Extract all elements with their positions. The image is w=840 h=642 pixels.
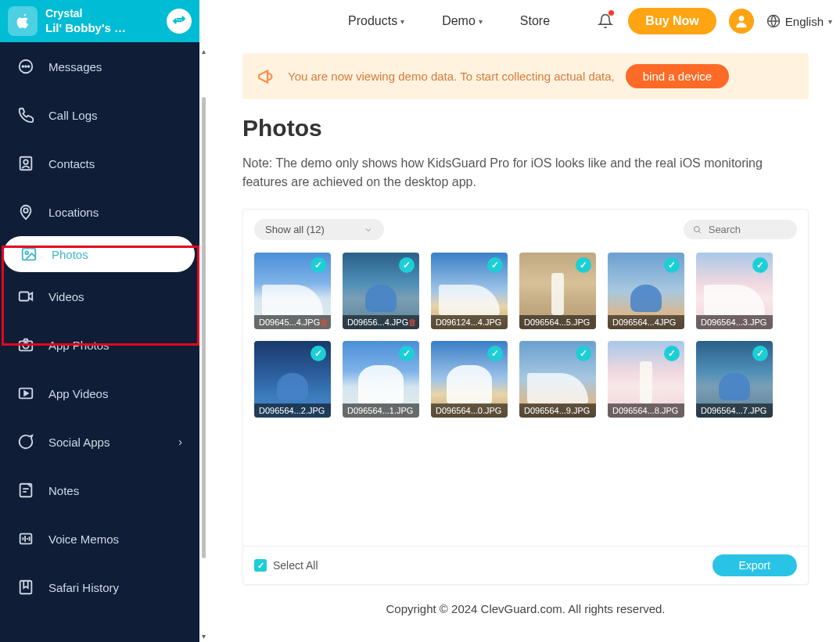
svg-point-13 <box>23 343 28 348</box>
filter-dropdown[interactable]: Show all (12) <box>254 219 384 240</box>
globe-icon <box>766 14 781 28</box>
selected-check-icon: ✓ <box>576 257 591 273</box>
buy-now-button[interactable]: Buy Now <box>628 8 716 34</box>
audio-icon <box>17 530 34 547</box>
sidebar-item-videos[interactable]: Videos <box>0 272 199 321</box>
chat-icon <box>17 433 34 450</box>
selected-check-icon: ✓ <box>399 346 415 361</box>
sidebar-item-label: App Videos <box>48 387 108 400</box>
language-selector[interactable]: English▾ <box>766 14 832 28</box>
nav-store[interactable]: Store <box>520 14 550 28</box>
nav-demo[interactable]: Demo▾ <box>442 14 483 28</box>
sidebar-item-safari-history[interactable]: Safari History <box>0 563 199 612</box>
sidebar-item-photos[interactable]: Photos <box>3 236 195 272</box>
select-all-checkbox[interactable]: ✓ Select All <box>254 559 318 572</box>
sidebar-item-label: Videos <box>48 290 84 303</box>
selected-check-icon: ✓ <box>311 346 326 361</box>
thumbnail-filename: D096564...3.JPG <box>696 315 773 329</box>
sidebar-item-label: Safari History <box>48 581 119 594</box>
device-user: Crystal <box>45 6 131 20</box>
photo-thumbnail[interactable]: ✓D096564...8.JPG <box>608 341 684 418</box>
sidebar-item-label: Call Logs <box>48 109 98 122</box>
nav-products[interactable]: Products▾ <box>348 14 404 28</box>
phone-icon <box>17 106 34 124</box>
photo-thumbnail[interactable]: ✓D096564...3.JPG <box>696 253 773 329</box>
sidebar-item-notes[interactable]: Notes <box>0 466 199 515</box>
sidebar-item-social-apps[interactable]: Social Apps› <box>0 418 199 466</box>
scrollbar[interactable] <box>202 97 206 558</box>
selected-check-icon: ✓ <box>487 257 503 273</box>
device-apple-icon <box>8 6 38 36</box>
checkbox-checked-icon: ✓ <box>254 559 267 572</box>
nav-products-label: Products <box>348 14 397 28</box>
export-button[interactable]: Export <box>713 554 797 576</box>
chevron-right-icon: › <box>178 436 182 448</box>
sidebar-item-label: Messages <box>48 60 102 74</box>
notifications-button[interactable] <box>595 11 616 31</box>
megaphone-icon <box>257 66 277 87</box>
photo-thumbnail[interactable]: ✓D096564...1.JPG <box>343 341 419 418</box>
thumbnail-filename: D096564...8.JPG <box>608 403 684 418</box>
thumbnail-filename: D09645...4.JPG🗑 <box>254 315 331 329</box>
photo-grid: ✓D09645...4.JPG🗑✓D09656...4.JPG🗑✓D096124… <box>243 249 808 429</box>
top-nav: Products▾ Demo▾ Store Buy Now English▾ <box>199 0 840 42</box>
trash-icon: 🗑 <box>408 317 417 327</box>
selected-check-icon: ✓ <box>311 257 326 273</box>
chevron-down-icon <box>364 225 373 235</box>
sidebar-item-label: Notes <box>48 484 79 497</box>
selected-check-icon: ✓ <box>664 257 680 273</box>
selected-check-icon: ✓ <box>576 346 591 361</box>
svg-point-4 <box>25 66 27 67</box>
page-note: Note: The demo only shows how KidsGuard … <box>242 154 809 192</box>
photo-thumbnail[interactable]: ✓D096564...7.JPG <box>696 341 773 418</box>
sidebar-item-contacts[interactable]: Contacts <box>0 139 199 188</box>
sidebar-item-app-photos[interactable]: App Photos <box>0 321 199 369</box>
nav-right: Buy Now English▾ <box>595 8 832 34</box>
video-icon <box>17 288 34 305</box>
sidebar-item-locations[interactable]: Locations <box>0 188 199 236</box>
thumbnail-filename: D096124...4.JPG <box>431 315 508 329</box>
bind-device-button[interactable]: bind a device <box>626 64 729 88</box>
chevron-down-icon: ▾ <box>400 17 404 26</box>
photo-thumbnail[interactable]: ✓D09645...4.JPG🗑 <box>254 253 331 329</box>
svg-point-3 <box>22 66 23 67</box>
photo-thumbnail[interactable]: ✓D096564...9.JPG <box>519 341 596 418</box>
sidebar-item-call-logs[interactable]: Call Logs <box>0 91 199 139</box>
sidebar-item-label: Voice Memos <box>48 533 119 546</box>
photo-thumbnail[interactable]: ✓D096564...5.JPG <box>519 253 596 329</box>
thumbnail-filename: D096564...2.JPG <box>254 403 331 418</box>
photo-thumbnail[interactable]: ✓D096564...2.JPG <box>254 341 331 418</box>
panel-footer: ✓ Select All Export <box>243 546 808 584</box>
sidebar-item-messages[interactable]: Messages <box>0 42 199 91</box>
search-box[interactable] <box>684 220 797 239</box>
selected-check-icon: ✓ <box>487 346 503 361</box>
thumbnail-filename: D096564...4JPG <box>608 315 684 329</box>
page-title: Photos <box>242 115 809 142</box>
location-icon <box>17 203 34 221</box>
svg-point-18 <box>694 226 699 231</box>
svg-point-5 <box>28 66 30 67</box>
sidebar-item-app-videos[interactable]: App Videos <box>0 369 199 418</box>
selected-check-icon: ✓ <box>752 257 768 273</box>
main-content: You are now viewing demo data. To start … <box>211 42 840 642</box>
search-icon <box>693 224 702 235</box>
photo-thumbnail[interactable]: ✓D09656...4.JPG🗑 <box>343 253 419 329</box>
thumbnail-filename: D096564...7.JPG <box>696 403 773 418</box>
select-all-label: Select All <box>273 559 318 572</box>
messages-icon <box>17 58 34 75</box>
svg-point-10 <box>25 251 28 254</box>
language-label: English <box>785 15 824 28</box>
sidebar-item-voice-memos[interactable]: Voice Memos <box>0 515 199 563</box>
nav-demo-label: Demo <box>442 14 476 28</box>
photo-thumbnail[interactable]: ✓D096564...4JPG <box>608 253 684 329</box>
photo-thumbnail[interactable]: ✓D096124...4.JPG <box>431 253 508 329</box>
svg-point-7 <box>23 160 28 164</box>
search-input[interactable] <box>709 224 788 235</box>
sidebar: Crystal Lil' Bobby's Pho... Messages Cal… <box>0 0 199 642</box>
sidebar-item-label: Photos <box>52 248 88 261</box>
profile-button[interactable] <box>729 9 754 34</box>
photo-thumbnail[interactable]: ✓D096564...0.JPG <box>431 341 508 418</box>
panel-toolbar: Show all (12) <box>243 210 808 249</box>
nav-store-label: Store <box>520 14 550 28</box>
swap-device-button[interactable] <box>167 9 192 34</box>
